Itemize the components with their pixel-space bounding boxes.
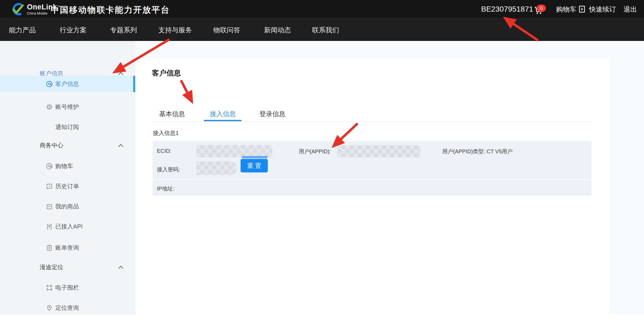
account-id[interactable]: BE2307951871 [481, 0, 533, 18]
quick-renew-label: 快速续订 [589, 5, 616, 14]
sidebar-group-location-label: 漫途定位 [40, 263, 63, 271]
chevron-up-icon [118, 266, 124, 269]
quick-renew-button[interactable]: 快速续订 [578, 0, 616, 18]
sidebar-item-customer-info[interactable]: 客户信息 [0, 76, 136, 92]
sidebar-item-bill-query[interactable]: 账单查询 [0, 240, 136, 256]
page-title: 客户信息 [152, 68, 181, 78]
sidebar-group-business-label: 商务中心 [40, 141, 63, 150]
main-nav: 能力产品 行业方案 专题系列 支持与服务 物联问答 新闻动态 联系我们 [0, 18, 644, 41]
location-pin-icon [46, 304, 53, 311]
quick-renew-icon [578, 5, 586, 13]
tab-divider [152, 121, 591, 122]
fence-icon [46, 284, 53, 291]
nav-item-products[interactable]: 能力产品 [9, 19, 36, 41]
reset-password-button[interactable]: 重 置 [241, 159, 268, 172]
gear-icon [46, 103, 53, 110]
sidebar-item-label: 历史订单 [55, 182, 79, 190]
ecid-label: ECID: [157, 148, 171, 154]
cart-label: 购物车 [556, 5, 576, 14]
sidebar-item-my-products[interactable]: 我的商品 [0, 199, 136, 215]
sidebar-item-label: 客户信息 [55, 80, 79, 88]
access-password-value-redacted [196, 161, 237, 175]
chevron-up-icon [118, 72, 124, 75]
cart-button[interactable]: 0 购物车 [533, 0, 576, 18]
appid-type-label: 用户(APPID)类型: CT V5用户 [442, 148, 513, 155]
nav-item-contact[interactable]: 联系我们 [312, 19, 339, 41]
sidebar-item-label: 定位查询 [55, 304, 79, 312]
ip-address-label: IP地址: [157, 185, 174, 192]
sidebar-item-label: 账号维护 [55, 103, 79, 111]
access-info-panel: ECID: 用户(APPID): 用户(APPID)类型: CT V5用户 接入… [153, 141, 591, 179]
sidebar-item-label: 购物车 [55, 162, 73, 170]
user-circle-icon [46, 163, 53, 170]
sidebar-item-label: 通知订阅 [55, 123, 79, 131]
top-bar: OneLink™ China Mobile 中国移动物联卡能力开放平台 BE23… [0, 0, 644, 18]
sidebar-item-cart[interactable]: 购物车 [0, 158, 136, 174]
sidebar-item-label: 电子围栏 [55, 284, 79, 292]
access-password-label: 接入密码: [157, 166, 180, 173]
tab-login-info[interactable]: 登录信息 [254, 108, 291, 120]
sidebar-group-location[interactable]: 漫途定位 [0, 259, 136, 275]
logout-button[interactable]: 退出 [624, 0, 637, 18]
ecid-value-redacted [196, 145, 272, 157]
sidebar-item-connected-api[interactable]: 已接入API [0, 218, 136, 235]
sidebar-group-business[interactable]: 商务中心 [0, 137, 136, 154]
redaction-blue-bar [242, 156, 268, 158]
tab-basic-info[interactable]: 基本信息 [153, 108, 191, 120]
clipboard-icon [46, 244, 53, 251]
nav-item-series[interactable]: 专题系列 [110, 19, 137, 41]
cart-count-badge: 0 [537, 5, 546, 12]
sidebar-item-label: 已接入API [55, 223, 83, 231]
appid-label: 用户(APPID): [299, 148, 331, 155]
site-title: 中国移动物联卡能力开放平台 [51, 4, 170, 16]
sidebar-item-label: 我的商品 [55, 203, 79, 211]
access-info-section-label: 接入信息1 [153, 129, 179, 137]
appid-type-value: CT V5用户 [487, 148, 512, 154]
nav-item-industry[interactable]: 行业方案 [60, 19, 87, 41]
sidebar-item-location-query[interactable]: 定位查询 [0, 300, 136, 316]
appid-type-label-text: 用户(APPID)类型: [442, 148, 485, 154]
sidebar-item-history-orders[interactable]: 历史订单 [0, 178, 136, 195]
ip-address-panel: IP地址: [153, 180, 591, 196]
active-accent-bar [133, 76, 135, 92]
nav-item-qa[interactable]: 物联问答 [213, 19, 240, 41]
history-icon [46, 183, 53, 190]
sidebar-item-notify-subscribe[interactable]: 通知订阅 [0, 119, 136, 135]
nav-item-support[interactable]: 支持与服务 [158, 19, 192, 41]
appid-value-redacted [337, 145, 420, 157]
chevron-up-icon [118, 144, 124, 147]
sidebar-item-label: 账单查询 [55, 244, 79, 252]
onelink-logo-icon [10, 2, 25, 16]
sidebar-item-geofence[interactable]: 电子围栏 [0, 280, 136, 296]
sidebar-item-account-maintain[interactable]: 账号维护 [0, 99, 136, 115]
bag-icon [46, 203, 53, 210]
main-content-card: 客户信息 基本信息 接入信息 登录信息 接入信息1 ECID: 用户(APPID… [136, 59, 609, 315]
api-pin-icon [46, 223, 53, 230]
tab-access-info[interactable]: 接入信息 [204, 108, 242, 120]
nav-item-news[interactable]: 新闻动态 [264, 19, 291, 41]
sidebar: 账户信息 客户信息 账号维护 通知订阅 商务中心 [0, 41, 136, 315]
user-circle-icon [46, 81, 53, 88]
